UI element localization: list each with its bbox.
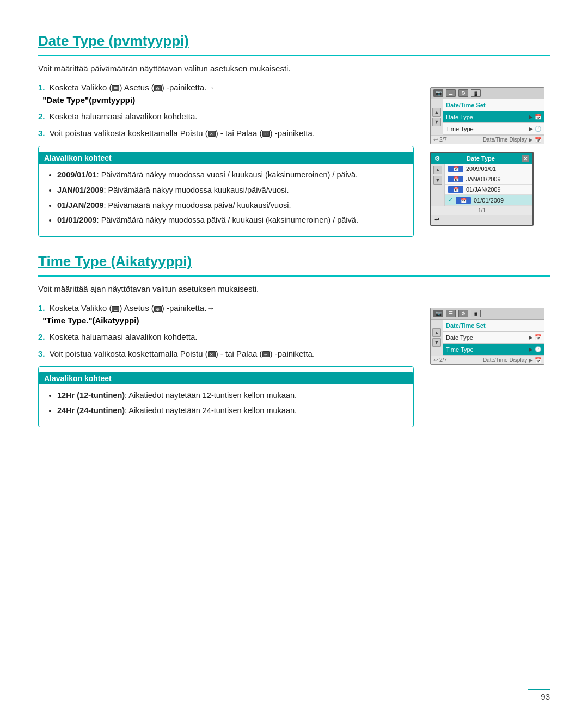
s2-datetime-set-label: Date/Time Set (446, 322, 541, 329)
s2-up-btn[interactable]: ▲ (432, 328, 441, 337)
section1-divider (38, 55, 550, 56)
s2-content-col: Date/Time Set Date Type ▶ 📅 Time Type ▶ … (443, 320, 544, 356)
section2-subbox: Alavalikon kohteet 12Hr (12-tuntinen): A… (38, 366, 414, 427)
date-val-2: JAN/01/2009 (466, 176, 501, 182)
section2-subbox-list: 12Hr (12-tuntinen): Aikatiedot näytetään… (47, 390, 405, 417)
popup-header: ⚙ Date Type ✕ (431, 153, 532, 164)
menu-icon: ☰ (112, 85, 119, 91)
subitem-1: 2009/01/01: Päivämäärä näkyy muodossa vu… (57, 169, 405, 181)
date-type-popup: ⚙ Date Type ✕ ▲ ▼ 📅 2009/01/01 (430, 152, 534, 226)
subitem-2: JAN/01/2009: Päivämäärä näkyy muodossa k… (57, 185, 405, 197)
s2-step2-num: 2. (38, 332, 45, 341)
popup-close-btn[interactable]: ✕ (522, 155, 529, 162)
back-icon: ↩ (262, 131, 270, 137)
panel-body: ▲ ▼ Date/Time Set Date Type ▶ 📅 Time Typ… (431, 99, 544, 135)
date-type-value: ▶ 📅 (529, 114, 541, 120)
date-tag-1: 📅 (448, 166, 463, 172)
step2-item: 2. Kosketa haluamaasi alavalikon kohdett… (38, 111, 414, 123)
step3-item: 3. Voit poistua valikosta koskettamalla … (38, 127, 414, 140)
gear-icon: ⚙ (154, 85, 162, 91)
down-btn[interactable]: ▼ (432, 118, 441, 126)
s2-back-icon: ↩ (262, 351, 270, 357)
batt-icon: ▓ (471, 89, 481, 97)
s2-nav-col: ▲ ▼ (431, 320, 443, 356)
content-col: Date/Time Set Date Type ▶ 📅 Time Type ▶ … (443, 99, 544, 135)
popup-down-btn[interactable]: ▼ (433, 176, 442, 185)
s2-time-type-value: ▶ 🕐 (529, 346, 541, 352)
s2-gear-icon: ⚙ (154, 306, 162, 312)
s2-step1-item: 1. Kosketa Valikko (☰) Asetus (⚙) -paini… (38, 302, 414, 327)
datetime-display-label: Date/Time Display (483, 137, 527, 143)
s2-subitem-1: 12Hr (12-tuntinen): Aikatiedot näytetään… (57, 390, 405, 402)
s2-back-icon-small: ↩ (433, 357, 438, 363)
popup-row-4: ✓ 📅 01/01/2009 (445, 195, 532, 206)
s2-date-type-label: Date Type (446, 334, 529, 341)
popup-up-btn[interactable]: ▲ (433, 166, 442, 174)
popup-title: Date Type (467, 155, 495, 162)
section2-desc: Voit määrittää ajan näyttötavan valitun … (38, 284, 550, 293)
step3-num: 3. (38, 128, 45, 138)
s2-step1-highlight: "Time Type."(Aikatyyppi) (38, 316, 139, 325)
s2-x-icon: ✕ (208, 351, 216, 357)
section1-steps: 1. Kosketa Valikko (☰) Asetus (⚙) -paini… (38, 82, 414, 139)
s2-panel-body: ▲ ▼ Date/Time Set Date Type ▶ 📅 Time Typ… (431, 320, 544, 356)
title-row: Date/Time Set (443, 99, 544, 111)
section1-content: 1. Kosketa Valikko (☰) Asetus (⚙) -paini… (38, 82, 550, 237)
popup-counter: 1/1 (431, 206, 532, 215)
panel-header: 📷 ☰ ⚙ ▓ (431, 88, 544, 99)
time-type-label: Time Type (446, 126, 529, 132)
s2-batt-icon: ▓ (471, 310, 481, 317)
s2-step3-num: 3. (38, 349, 45, 358)
date-val-4: 01/01/2009 (474, 197, 504, 204)
section2-subbox-title: Alavalikon kohteet (39, 372, 413, 384)
s2-panel-counter: ↩ 2/7 Date/Time Display ▶ 📅 (431, 356, 544, 364)
s2-gear-icon-panel: ⚙ (458, 310, 468, 317)
date-tag-2: 📅 (448, 176, 463, 182)
up-btn[interactable]: ▲ (432, 108, 441, 117)
datetime-set-label: Date/Time Set (446, 102, 541, 108)
section2-steps: 1. Kosketa Valikko (☰) Asetus (⚙) -paini… (38, 302, 414, 360)
section1-title: Date Type (pvmtyyppi) (38, 33, 550, 50)
step1-highlight: "Date Type"(pvmtyyppi) (38, 95, 135, 105)
s2-cam-icon: 📷 (433, 310, 443, 317)
section1-subbox-title: Alavalikon kohteet (39, 152, 413, 164)
popup-row-2: 📅 JAN/01/2009 (445, 174, 532, 185)
date-type-label: Date Type (446, 114, 529, 120)
gear-icon-panel: ⚙ (458, 89, 468, 97)
section-time-type: Time Type (Aikatyyppi) Voit määrittää aj… (38, 253, 550, 427)
section2-left: 1. Kosketa Valikko (☰) Asetus (⚙) -paini… (38, 302, 414, 427)
step1-num: 1. (38, 83, 45, 92)
popup-back: ↩ (431, 215, 532, 225)
section1-left: 1. Kosketa Valikko (☰) Asetus (⚙) -paini… (38, 82, 414, 237)
popup-content: 📅 2009/01/01 📅 JAN/01/2009 📅 01/JAN/2009 (445, 164, 532, 206)
back-icon-small: ↩ (433, 137, 438, 143)
s2-panel-header: 📷 ☰ ⚙ ▓ (431, 308, 544, 320)
s2-time-type-label: Time Type (446, 346, 529, 353)
s2-display-value: ▶ 📅 (529, 357, 541, 363)
page-accent (528, 689, 550, 690)
page-number: 93 (541, 692, 550, 701)
date-tag-3: 📅 (448, 186, 463, 193)
nav-col: ▲ ▼ (431, 99, 443, 135)
menu-icon-panel: ☰ (446, 89, 456, 97)
popup-gear-icon: ⚙ (434, 155, 440, 162)
s2-down-btn[interactable]: ▼ (432, 338, 441, 347)
panel-counter: ↩ 2/7 Date/Time Display ▶ 📅 (431, 135, 544, 144)
check-icon: ✓ (448, 197, 453, 204)
s2-menu-icon-panel: ☰ (446, 310, 456, 317)
section1-right: 📷 ☰ ⚙ ▓ ▲ ▼ Date/Time Set D (430, 87, 550, 226)
date-val-3: 01/JAN/2009 (466, 186, 501, 193)
s2-date-type-value: ▶ 📅 (529, 334, 541, 340)
time-type-value: ▶ 🕐 (529, 126, 541, 132)
s2-datetime-display-label: Date/Time Display (483, 357, 527, 363)
date-val-1: 2009/01/01 (466, 166, 496, 172)
section2-divider (38, 275, 550, 277)
popup-row-1: 📅 2009/01/01 (445, 164, 532, 174)
time-type-menu-panel: 📷 ☰ ⚙ ▓ ▲ ▼ Date/Time Set D (430, 308, 544, 365)
popup-body: ▲ ▼ 📅 2009/01/01 📅 JAN/01/2009 (431, 164, 532, 206)
popup-nav: ▲ ▼ (431, 164, 445, 206)
s2-title-row: Date/Time Set (443, 320, 544, 332)
s2-menu-icon: ☰ (112, 306, 119, 312)
section2-title: Time Type (Aikatyyppi) (38, 253, 550, 270)
s2-counter-value: 2/7 (439, 357, 447, 363)
